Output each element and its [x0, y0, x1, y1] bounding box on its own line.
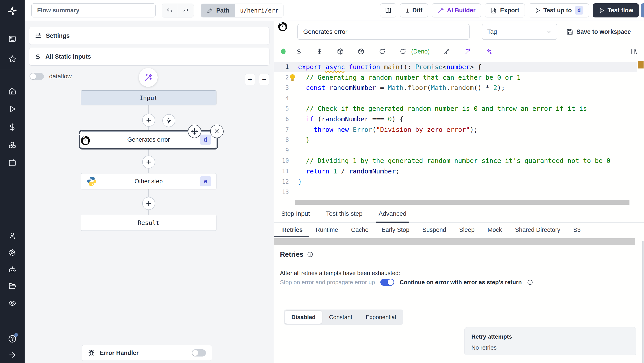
subtab-early-stop[interactable]: Early Stop: [382, 223, 410, 237]
subtab-shared-directory[interactable]: Shared Directory: [515, 223, 560, 237]
path-edit-button[interactable]: Path: [201, 4, 235, 17]
ai-flow-wand-button[interactable]: [139, 68, 158, 87]
info-icon[interactable]: [527, 279, 533, 285]
flow-node-other-step[interactable]: Other step e: [81, 173, 216, 189]
audit-eye-icon[interactable]: [8, 298, 17, 308]
subtab-cache[interactable]: Cache: [351, 223, 368, 237]
add-step-button[interactable]: [142, 197, 155, 210]
subtab-mock[interactable]: Mock: [488, 223, 502, 237]
code-line[interactable]: }: [274, 177, 636, 187]
reload-icon[interactable]: [379, 48, 386, 55]
play-outline-icon: [598, 8, 605, 14]
schedules-icon[interactable]: [8, 158, 17, 168]
retries-heading: Retries: [280, 250, 304, 258]
add-variable-icon[interactable]: [296, 48, 302, 55]
path-group[interactable]: Path u/henri/err: [201, 4, 284, 18]
users-icon[interactable]: [8, 231, 17, 241]
flow-node-input[interactable]: Input: [81, 90, 216, 105]
flow-settings-card[interactable]: Settings: [29, 27, 270, 45]
code-line[interactable]: throw new Error("Division by zero error"…: [274, 124, 636, 135]
error-handler-node[interactable]: Error Handler: [82, 345, 212, 361]
subtab-retries[interactable]: Retries: [282, 223, 303, 237]
ai-robot-icon[interactable]: [8, 265, 17, 275]
favorites-star-icon[interactable]: [8, 54, 17, 64]
add-step-button[interactable]: [142, 156, 155, 169]
code-editor[interactable]: export async function main(): Promise<nu…: [274, 60, 644, 200]
code-line[interactable]: export async function main(): Promise<nu…: [274, 62, 636, 72]
flow-node-result[interactable]: Result: [81, 215, 216, 231]
ai-chat-sidebar-stub[interactable]: [641, 3, 644, 18]
code-line[interactable]: [274, 187, 636, 197]
redo-button[interactable]: [178, 4, 194, 17]
retry-strategy-constant[interactable]: Constant: [323, 311, 358, 324]
panel-vertical-scrollbar[interactable]: [642, 241, 644, 363]
code-line[interactable]: const randomNumber = Math.floor(Math.ran…: [274, 83, 636, 93]
all-static-inputs-card[interactable]: All Static Inputs: [29, 48, 270, 66]
dataflow-toggle[interactable]: [30, 73, 44, 80]
tag-select[interactable]: Tag: [482, 24, 557, 40]
retry-strategy-exponential[interactable]: Exponential: [359, 311, 402, 324]
error-behavior-toggle[interactable]: [380, 279, 394, 286]
ai-wand-icon[interactable]: [465, 48, 471, 55]
flow-summary-input[interactable]: [31, 3, 156, 18]
home-icon[interactable]: [8, 86, 17, 96]
docs-book-button[interactable]: [380, 3, 396, 18]
code-line[interactable]: // Generating a random number that can e…: [274, 72, 636, 83]
diff-button[interactable]: ± Diff: [400, 3, 428, 18]
resources-icon[interactable]: [8, 140, 17, 150]
undo-button[interactable]: [162, 4, 178, 17]
save-to-workspace-button[interactable]: Save to workspace: [566, 24, 631, 40]
retry-strategy-disabled[interactable]: Disabled: [285, 311, 322, 324]
code-line[interactable]: [274, 145, 636, 156]
test-flow-button[interactable]: Test flow: [593, 3, 639, 18]
code-line[interactable]: return 1 / randomNumber;: [274, 166, 636, 177]
reload-runtime-icon[interactable]: [400, 48, 406, 55]
workspace-icon[interactable]: [8, 34, 17, 44]
trigger-bolt-button[interactable]: [162, 114, 175, 127]
runtime-deno-label[interactable]: (Deno): [411, 48, 430, 55]
line-number: 13: [274, 187, 295, 197]
ai-builder-button[interactable]: AI Builder: [432, 3, 481, 18]
variables-icon[interactable]: [8, 122, 17, 132]
step-title-input[interactable]: [298, 24, 470, 40]
format-brush-icon[interactable]: [444, 48, 450, 55]
add-resource-icon[interactable]: [316, 48, 323, 55]
error-handler-toggle[interactable]: [192, 349, 206, 356]
tab-step-input[interactable]: Step Input: [281, 205, 310, 223]
tab-advanced[interactable]: Advanced: [378, 205, 406, 223]
export-button[interactable]: Export: [485, 3, 525, 18]
zoom-in-button[interactable]: +: [245, 74, 255, 85]
collapse-arrow-icon[interactable]: [8, 350, 17, 360]
settings-gear-icon[interactable]: [8, 248, 17, 258]
folders-icon[interactable]: [8, 281, 17, 291]
ai-sparkles-icon[interactable]: [486, 48, 492, 55]
subtabs-scrollbar[interactable]: [274, 238, 634, 245]
subtab-runtime[interactable]: Runtime: [316, 223, 338, 237]
python-icon: [86, 176, 97, 187]
code-line[interactable]: [274, 93, 636, 104]
library-icon[interactable]: [630, 48, 637, 55]
code-line[interactable]: if (randomNumber === 0) {: [274, 114, 636, 124]
code-line[interactable]: }: [274, 135, 636, 145]
package-icon[interactable]: [358, 48, 364, 55]
save-to-workspace-label: Save to workspace: [576, 29, 631, 35]
subtab-s3[interactable]: S3: [573, 223, 580, 237]
add-step-button[interactable]: [142, 114, 155, 127]
windmill-logo-icon[interactable]: [8, 6, 17, 16]
retry-attempts-title: Retry attempts: [471, 333, 629, 340]
subtab-sleep[interactable]: Sleep: [459, 223, 474, 237]
code-line[interactable]: // Dividing 1 by the generated random nu…: [274, 156, 636, 166]
tab-test-this-step[interactable]: Test this step: [326, 205, 362, 223]
runs-icon[interactable]: [8, 104, 17, 114]
subtab-suspend[interactable]: Suspend: [422, 223, 446, 237]
code-horizontal-scrollbar[interactable]: [295, 200, 644, 205]
help-icon[interactable]: [8, 334, 17, 344]
delete-step-button[interactable]: [210, 125, 224, 138]
info-icon[interactable]: [307, 251, 313, 258]
move-step-button[interactable]: [188, 125, 201, 138]
zoom-out-button[interactable]: −: [259, 74, 269, 85]
line-number: 2: [274, 72, 295, 83]
package-icon[interactable]: [337, 48, 344, 55]
test-up-to-button[interactable]: Test up to d: [528, 3, 589, 18]
code-line[interactable]: // Check if the generated random number …: [274, 103, 636, 114]
